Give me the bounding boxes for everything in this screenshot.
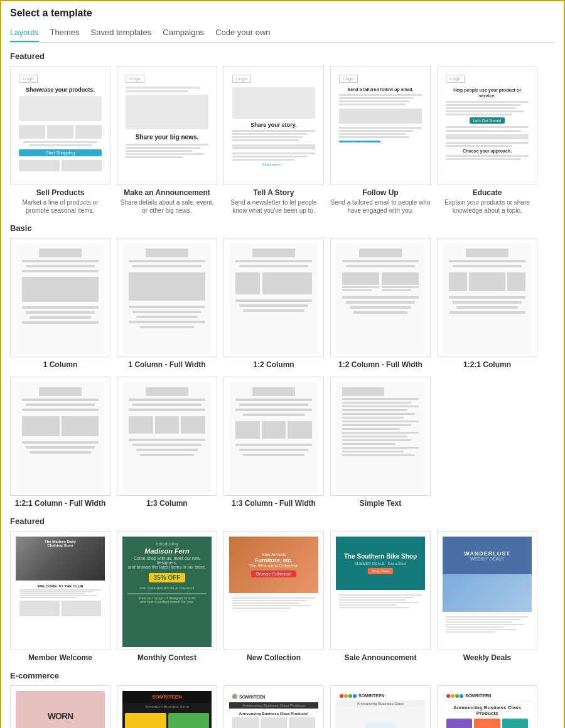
contest-discount: 35% OFF <box>149 573 186 582</box>
template-thumb-121col-full <box>10 377 110 496</box>
story-img <box>232 87 315 119</box>
template-thumb-contrast: SOMRITEEN Announcing Business Class Prod… <box>223 685 324 728</box>
template-thumb-new-collection: New Arrivals Furniture, etc. The Whimsic… <box>223 531 324 650</box>
educate-name: Educate <box>437 188 537 197</box>
colorbox-logo: SOMRITEEN <box>152 694 182 700</box>
collection-title: Furniture, etc. <box>255 557 293 564</box>
template-thumb-sell-products: Logo Showcase your products. Start Shopp… <box>10 66 110 185</box>
wanderlust-logo: WANDERLUST <box>464 550 510 557</box>
template-flyer[interactable]: SOMRITEEN Announcing Business Class Prod… <box>437 685 537 728</box>
tab-campaigns[interactable]: Campaigns <box>163 25 204 42</box>
sell-products-headline: Showcase your products. <box>19 87 102 93</box>
basic-templates-grid: 1 Column 1 Column - Full Width <box>10 238 555 369</box>
announcement-logo: Logo <box>126 75 144 83</box>
template-thumb-sale-announcement: The Southern Bike Shop SUMMER DEALS - Ge… <box>330 531 431 650</box>
template-boutique[interactable]: WORN PROJEKTPINK subscribe to our member… <box>10 685 110 728</box>
ecommerce-templates-grid: WORN PROJEKTPINK subscribe to our member… <box>10 685 555 728</box>
template-color-box[interactable]: SOMRITEEN SomritEen Business Store Somri… <box>117 685 217 728</box>
wanderlust-sub: WEEKLY DEALS <box>470 557 503 561</box>
announcement-desc: Share details about a sale, event, or ot… <box>117 198 217 215</box>
template-contrast[interactable]: SOMRITEEN Announcing Business Class Prod… <box>223 685 324 728</box>
12col-name: 1:2 Column <box>223 360 324 369</box>
13col-full-name: 1:3 Column - Full Width <box>223 499 324 508</box>
sell-products-cta: Start Shopping <box>19 149 102 156</box>
section-ecommerce-label: E-commerce <box>10 671 555 680</box>
announcement-headline: Share your big news. <box>126 134 208 141</box>
follow-logo: Logo <box>339 75 358 83</box>
page-wrapper: Select a template Layouts Themes Saved t… <box>1 1 564 728</box>
template-13col[interactable]: 1:3 Column <box>117 377 217 508</box>
tab-saved[interactable]: Saved templates <box>91 25 152 42</box>
page-title: Select a template <box>10 8 555 19</box>
template-121col[interactable]: 1:2:1 Column <box>437 238 537 369</box>
template-1col[interactable]: 1 Column <box>10 238 110 369</box>
13col-name: 1:3 Column <box>117 499 217 508</box>
story-headline: Share your story. <box>232 122 315 128</box>
section-featured2-label: Featured <box>10 517 555 526</box>
logo-placeholder: Logo <box>19 75 38 83</box>
template-thumb-1col-full <box>117 238 217 357</box>
template-thumb-13col-full <box>223 377 324 496</box>
announcement-name: Make an Announcement <box>117 188 217 197</box>
announcement-img <box>126 95 208 129</box>
section-featured-label: Featured <box>10 51 555 61</box>
template-thumb-color-box: SOMRITEEN SomritEen Business Store Somri… <box>117 685 217 728</box>
template-1col-full[interactable]: 1 Column - Full Width <box>117 238 217 369</box>
bike-shop-title: The Southern Bike Shop <box>344 552 417 560</box>
template-weekly-deals[interactable]: WANDERLUST WEEKLY DEALS Weekly <box>437 531 537 662</box>
template-monthly-contest[interactable]: introducing Madison Fern Come shop with … <box>117 531 217 662</box>
121col-name: 1:2:1 Column <box>437 360 537 369</box>
tab-code[interactable]: Code your own <box>215 25 270 42</box>
tell-story-desc: Send a newsletter to let people know wha… <box>223 198 324 215</box>
follow-up-desc: Send a tailored email to people who have… <box>330 198 431 215</box>
member-welcome-name: Member Welcome <box>10 653 110 662</box>
educate-cta: Let's Get Started <box>470 117 505 124</box>
educate-desc: Explain your products or share knowledge… <box>437 198 537 215</box>
new-collection-name: New Collection <box>223 653 324 662</box>
template-thumb-weekly-deals: WANDERLUST WEEKLY DEALS <box>437 531 537 650</box>
follow-up-name: Follow Up <box>330 188 431 197</box>
template-thumb-monthly-contest: introducing Madison Fern Come shop with … <box>117 531 217 650</box>
contest-name: Madison Fern <box>144 547 190 555</box>
template-thumb-12col <box>223 238 324 357</box>
sell-products-desc: Market a line of products or promote sea… <box>10 198 110 215</box>
template-member-welcome[interactable]: The Modern DailyClothing Store WELCOME T… <box>10 531 110 662</box>
featured2-templates-grid: The Modern DailyClothing Store WELCOME T… <box>10 531 555 662</box>
featured-templates-grid: Logo Showcase your products. Start Shopp… <box>10 66 555 215</box>
template-thumb-announcement: Logo Share your big news. <box>117 66 217 185</box>
1col-name: 1 Column <box>10 360 110 369</box>
tab-layouts[interactable]: Layouts <box>10 25 39 42</box>
sale-announcement-name: Sale Announcement <box>330 653 431 662</box>
template-12col[interactable]: 1:2 Column <box>223 238 324 369</box>
educate-logo: Logo <box>446 75 465 83</box>
template-cutout[interactable]: SOMRITEEN Announcing Business Class 💊 $1… <box>330 685 431 728</box>
template-thumb-flyer: SOMRITEEN Announcing Business Class Prod… <box>437 685 537 728</box>
template-121col-full[interactable]: 1:2:1 Column - Full Width <box>10 377 110 508</box>
template-13col-full[interactable]: 1:3 Column - Full Width <box>223 377 324 508</box>
monthly-contest-name: Monthly Contest <box>117 653 217 662</box>
basic-templates-grid-row2: 1:2:1 Column - Full Width <box>10 377 555 508</box>
boutique-logo: WORN <box>48 711 73 721</box>
template-educate[interactable]: Logo Help people use your product or ser… <box>437 66 537 215</box>
template-follow-up[interactable]: Logo Send a tailored follow-up email. Sh… <box>330 66 431 215</box>
template-thumb-follow-up: Logo Send a tailored follow-up email. Sh… <box>330 66 431 185</box>
template-thumb-member-welcome: The Modern DailyClothing Store WELCOME T… <box>10 531 110 650</box>
template-sale-announcement[interactable]: The Southern Bike Shop SUMMER DEALS - Ge… <box>330 531 431 662</box>
template-simple-text[interactable]: Simple Text <box>330 377 431 508</box>
sell-products-name: Sell Products <box>10 188 110 197</box>
section-basic-label: Basic <box>10 223 555 233</box>
template-12col-full[interactable]: 1:2 Column - Full Width <box>330 238 431 369</box>
template-thumb-boutique: WORN PROJEKTPINK subscribe to our member… <box>10 685 110 728</box>
template-new-collection[interactable]: New Arrivals Furniture, etc. The Whimsic… <box>223 531 324 662</box>
template-thumb-1col <box>10 238 110 357</box>
template-sell-products[interactable]: Logo Showcase your products. Start Shopp… <box>10 66 110 215</box>
template-thumb-educate: Logo Help people use your product or ser… <box>437 66 537 185</box>
template-thumb-12col-full <box>330 238 431 357</box>
simple-text-name: Simple Text <box>330 499 431 508</box>
tab-themes[interactable]: Themes <box>50 25 80 42</box>
nav-tabs: Layouts Themes Saved templates Campaigns… <box>10 25 555 43</box>
template-announcement[interactable]: Logo Share your big news. Make an Announ… <box>117 66 217 215</box>
template-tell-story[interactable]: Logo Share your story. Read more → Tell … <box>223 66 324 215</box>
collection-sub: The Whimsical Collection <box>249 564 299 568</box>
template-thumb-simple-text <box>330 377 431 496</box>
